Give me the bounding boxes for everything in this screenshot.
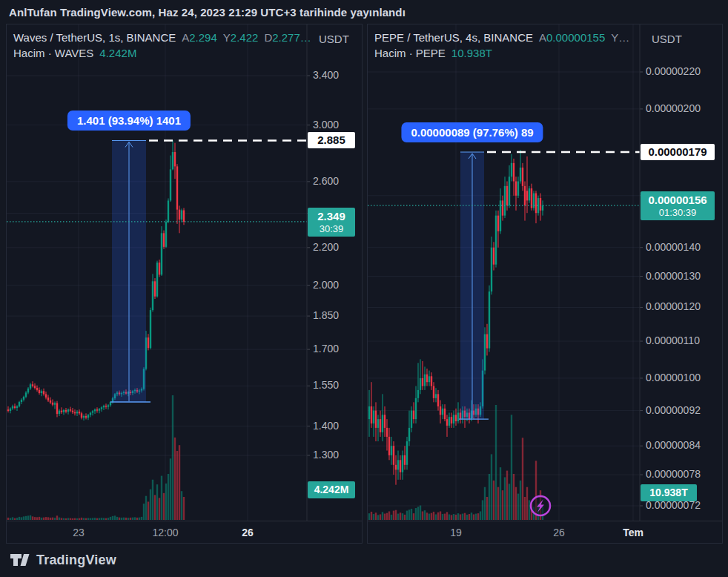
y-axis-tick: 1.700 [313, 343, 339, 355]
y-axis-tick: 0.00000078 [646, 468, 701, 480]
x-axis-tick: 19 [450, 527, 462, 538]
y-axis-tick: 0.00000130 [646, 270, 701, 282]
symbol-title[interactable]: Waves / TetherUS, 1s, BINANCE [13, 31, 176, 44]
volume-indicator-value: 4.242M [99, 47, 136, 59]
volume-indicator-label[interactable]: Hacim · PEPE [374, 47, 446, 59]
x-axis-tick: 26 [553, 527, 565, 538]
last-price-tag: 0.0000015601:30:39 [641, 191, 715, 220]
y-axis-tick: 3.400 [313, 69, 339, 81]
tradingview-logo[interactable]: TradingView [10, 553, 116, 568]
chart-pane-pepe: 1926Tem PEPE / TetherUS, 4s, BINANCE A0.… [367, 24, 723, 544]
y-axis-tick: 0.00000092 [646, 404, 701, 416]
x-axis-tick: 12:00 [152, 527, 178, 538]
y-axis-tick: 0.00000140 [646, 241, 701, 253]
candlestick-plot-waves[interactable] [7, 24, 363, 521]
target-price-tag: 2.885 [308, 132, 355, 148]
y-axis-tick: 3.000 [313, 119, 339, 131]
tradingview-brand-text: TradingView [36, 553, 116, 568]
y-axis-tick: 1.300 [313, 449, 339, 461]
x-axis-tick: 26 [242, 527, 254, 538]
volume-tag: 10.938T [641, 484, 697, 501]
time-axis-waves[interactable]: 2312:0026 [7, 521, 362, 544]
y-axis-tick: 0.00000100 [646, 372, 701, 383]
legend-high: Y… [611, 31, 629, 44]
attribution-text: AnlTufan TradingView.com, Haz 24, 2023 2… [9, 6, 406, 19]
legend-open: A2.294 [182, 31, 217, 44]
y-axis-tick: 1.850 [313, 309, 339, 321]
y-axis-tick: 0.00000110 [646, 334, 700, 346]
footer-bar: TradingView [0, 544, 728, 577]
legend-low: D2.277… [264, 31, 311, 44]
y-axis-tick: 1.400 [313, 420, 339, 432]
currency-label: USDT [652, 33, 682, 45]
y-axis-tick: 1.550 [313, 379, 339, 391]
volume-tag: 4.242M [308, 481, 355, 498]
y-axis-tick: 2.600 [313, 175, 339, 187]
volume-indicator-value: 10.938T [451, 47, 492, 59]
currency-label: USDT [319, 33, 349, 45]
attribution-header: AnlTufan TradingView.com, Haz 24, 2023 2… [0, 0, 728, 24]
lightning-marker[interactable] [531, 496, 550, 515]
y-axis-tick: 0.00000084 [646, 439, 701, 451]
y-axis-tick: 0.00000200 [646, 102, 701, 114]
legend-open: A0.00000155 [539, 31, 605, 44]
volume-indicator-label[interactable]: Hacim · WAVES [13, 47, 93, 59]
legend-high: Y2.422 [223, 31, 259, 44]
tradingview-logo-icon [10, 554, 30, 567]
y-axis-tick: 2.000 [313, 279, 339, 291]
measure-label[interactable]: 1.401 (93.94%) 1401 [67, 111, 191, 131]
x-axis-tick: 23 [73, 527, 85, 538]
y-axis-tick: 2.200 [313, 241, 339, 253]
measure-label[interactable]: 0.00000089 (97.76%) 89 [401, 122, 543, 142]
symbol-title[interactable]: PEPE / TetherUS, 4s, BINANCE [374, 31, 533, 44]
legend-overlay-waves: Waves / TetherUS, 1s, BINANCE A2.294 Y2.… [13, 31, 311, 62]
target-price-tag: 0.00000179 [641, 144, 715, 160]
legend-overlay-pepe: PEPE / TetherUS, 4s, BINANCE A0.00000155… [374, 31, 629, 62]
y-axis-tick: 0.00000220 [646, 65, 701, 77]
chart-pane-waves: 2312:0026 Waves / TetherUS, 1s, BINANCE … [6, 24, 363, 544]
last-price-tag: 2.34930:39 [308, 208, 355, 237]
x-axis-tick: Tem [623, 527, 643, 538]
y-axis-tick: 0.00000120 [646, 300, 701, 312]
time-axis-pepe[interactable]: 1926Tem [368, 521, 722, 544]
